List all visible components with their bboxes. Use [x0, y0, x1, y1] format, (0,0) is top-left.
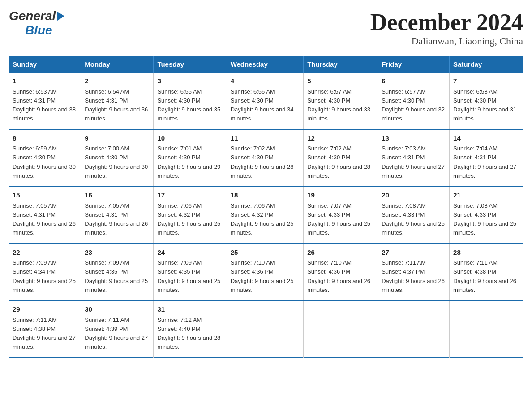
day-number: 1: [13, 76, 77, 86]
logo-general-text: General: [9, 9, 56, 23]
day-info: Sunrise: 7:11 AMSunset: 4:38 PMDaylight:…: [13, 317, 76, 351]
day-number: 21: [453, 190, 519, 201]
calendar-cell: 8Sunrise: 6:59 AMSunset: 4:30 PMDaylight…: [9, 129, 81, 187]
day-number: 29: [13, 304, 77, 315]
day-info: Sunrise: 6:57 AMSunset: 4:30 PMDaylight:…: [307, 88, 370, 122]
weekday-header-monday: Monday: [81, 56, 154, 73]
calendar-cell: 22Sunrise: 7:09 AMSunset: 4:34 PMDayligh…: [9, 244, 81, 301]
calendar-cell: 12Sunrise: 7:02 AMSunset: 4:30 PMDayligh…: [304, 129, 378, 187]
day-info: Sunrise: 6:58 AMSunset: 4:30 PMDaylight:…: [453, 88, 516, 122]
day-number: 20: [382, 190, 446, 201]
calendar-cell: 2Sunrise: 6:54 AMSunset: 4:31 PMDaylight…: [81, 73, 154, 129]
day-number: 26: [307, 248, 374, 258]
calendar-cell: 13Sunrise: 7:03 AMSunset: 4:31 PMDayligh…: [378, 129, 450, 187]
weekday-header-wednesday: Wednesday: [227, 56, 304, 73]
weekday-header-sunday: Sunday: [9, 56, 81, 73]
calendar-cell: 11Sunrise: 7:02 AMSunset: 4:30 PMDayligh…: [227, 129, 304, 187]
logo-line2-text: Blue: [25, 23, 52, 38]
logo-arrow-icon: [57, 12, 64, 21]
day-info: Sunrise: 7:00 AMSunset: 4:30 PMDaylight:…: [85, 145, 148, 179]
day-info: Sunrise: 7:11 AMSunset: 4:39 PMDaylight:…: [85, 317, 148, 351]
calendar-cell: 5Sunrise: 6:57 AMSunset: 4:30 PMDaylight…: [304, 73, 378, 129]
calendar-cell: 28Sunrise: 7:11 AMSunset: 4:38 PMDayligh…: [450, 244, 523, 301]
day-info: Sunrise: 7:04 AMSunset: 4:31 PMDaylight:…: [453, 145, 516, 179]
day-info: Sunrise: 7:09 AMSunset: 4:35 PMDaylight:…: [157, 259, 220, 293]
day-number: 19: [307, 190, 374, 201]
day-info: Sunrise: 6:55 AMSunset: 4:30 PMDaylight:…: [157, 88, 220, 122]
page-header: General Blue December 2024 Dalianwan, Li…: [9, 9, 523, 47]
weekday-header-friday: Friday: [378, 56, 450, 73]
weekday-header-saturday: Saturday: [450, 56, 523, 73]
calendar-cell: 1Sunrise: 6:53 AMSunset: 4:31 PMDaylight…: [9, 73, 81, 129]
calendar-table: SundayMondayTuesdayWednesdayThursdayFrid…: [9, 56, 523, 358]
calendar-cell: 10Sunrise: 7:01 AMSunset: 4:30 PMDayligh…: [154, 129, 227, 187]
day-info: Sunrise: 7:09 AMSunset: 4:34 PMDaylight:…: [13, 259, 76, 293]
day-number: 16: [85, 190, 150, 201]
page-subtitle: Dalianwan, Liaoning, China: [370, 35, 523, 47]
day-number: 5: [307, 76, 374, 86]
day-number: 6: [382, 76, 446, 86]
calendar-cell: 27Sunrise: 7:11 AMSunset: 4:37 PMDayligh…: [378, 244, 450, 301]
day-info: Sunrise: 6:59 AMSunset: 4:30 PMDaylight:…: [13, 145, 76, 179]
day-number: 2: [85, 76, 150, 86]
day-info: Sunrise: 7:08 AMSunset: 4:33 PMDaylight:…: [382, 202, 445, 236]
day-number: 9: [85, 133, 150, 144]
calendar-cell: [304, 300, 378, 357]
day-info: Sunrise: 7:02 AMSunset: 4:30 PMDaylight:…: [307, 145, 370, 179]
day-info: Sunrise: 7:01 AMSunset: 4:30 PMDaylight:…: [157, 145, 220, 179]
day-number: 25: [231, 248, 300, 258]
day-number: 12: [307, 133, 374, 144]
calendar-cell: 29Sunrise: 7:11 AMSunset: 4:38 PMDayligh…: [9, 300, 81, 357]
weekday-header-row: SundayMondayTuesdayWednesdayThursdayFrid…: [9, 56, 523, 73]
day-number: 4: [231, 76, 300, 86]
day-number: 7: [453, 76, 519, 86]
day-number: 15: [13, 190, 77, 201]
day-number: 23: [85, 248, 150, 258]
day-number: 24: [157, 248, 223, 258]
calendar-body: 1Sunrise: 6:53 AMSunset: 4:31 PMDaylight…: [9, 73, 523, 357]
day-info: Sunrise: 7:08 AMSunset: 4:33 PMDaylight:…: [453, 202, 516, 236]
calendar-cell: 18Sunrise: 7:06 AMSunset: 4:32 PMDayligh…: [227, 186, 304, 244]
calendar-cell: 15Sunrise: 7:05 AMSunset: 4:31 PMDayligh…: [9, 186, 81, 244]
weekday-header-tuesday: Tuesday: [154, 56, 227, 73]
page-title: December 2024: [370, 9, 523, 35]
weekday-header-thursday: Thursday: [304, 56, 378, 73]
calendar-cell: 24Sunrise: 7:09 AMSunset: 4:35 PMDayligh…: [154, 244, 227, 301]
calendar-cell: 17Sunrise: 7:06 AMSunset: 4:32 PMDayligh…: [154, 186, 227, 244]
day-number: 22: [13, 248, 77, 258]
day-info: Sunrise: 7:05 AMSunset: 4:31 PMDaylight:…: [13, 202, 76, 236]
calendar-week-row: 1Sunrise: 6:53 AMSunset: 4:31 PMDaylight…: [9, 73, 523, 129]
day-info: Sunrise: 6:53 AMSunset: 4:31 PMDaylight:…: [13, 88, 76, 122]
calendar-cell: 31Sunrise: 7:12 AMSunset: 4:40 PMDayligh…: [154, 300, 227, 357]
day-number: 14: [453, 133, 519, 144]
calendar-cell: 21Sunrise: 7:08 AMSunset: 4:33 PMDayligh…: [450, 186, 523, 244]
day-info: Sunrise: 7:10 AMSunset: 4:36 PMDaylight:…: [231, 259, 294, 293]
day-info: Sunrise: 7:11 AMSunset: 4:37 PMDaylight:…: [382, 259, 445, 293]
calendar-cell: 16Sunrise: 7:05 AMSunset: 4:31 PMDayligh…: [81, 186, 154, 244]
day-info: Sunrise: 7:09 AMSunset: 4:35 PMDaylight:…: [85, 259, 148, 293]
day-number: 18: [231, 190, 300, 201]
day-info: Sunrise: 7:03 AMSunset: 4:31 PMDaylight:…: [382, 145, 445, 179]
day-number: 17: [157, 190, 223, 201]
day-number: 8: [13, 133, 77, 144]
calendar-cell: [450, 300, 523, 357]
day-info: Sunrise: 7:05 AMSunset: 4:31 PMDaylight:…: [85, 202, 148, 236]
calendar-cell: 3Sunrise: 6:55 AMSunset: 4:30 PMDaylight…: [154, 73, 227, 129]
calendar-cell: 14Sunrise: 7:04 AMSunset: 4:31 PMDayligh…: [450, 129, 523, 187]
day-number: 28: [453, 248, 519, 258]
calendar-cell: 6Sunrise: 6:57 AMSunset: 4:30 PMDaylight…: [378, 73, 450, 129]
day-info: Sunrise: 7:06 AMSunset: 4:32 PMDaylight:…: [157, 202, 220, 236]
calendar-cell: 30Sunrise: 7:11 AMSunset: 4:39 PMDayligh…: [81, 300, 154, 357]
day-info: Sunrise: 6:54 AMSunset: 4:31 PMDaylight:…: [85, 88, 148, 122]
day-info: Sunrise: 7:10 AMSunset: 4:36 PMDaylight:…: [307, 259, 370, 293]
calendar-cell: [378, 300, 450, 357]
day-info: Sunrise: 6:56 AMSunset: 4:30 PMDaylight:…: [231, 88, 294, 122]
calendar-cell: 20Sunrise: 7:08 AMSunset: 4:33 PMDayligh…: [378, 186, 450, 244]
calendar-cell: 4Sunrise: 6:56 AMSunset: 4:30 PMDaylight…: [227, 73, 304, 129]
day-number: 27: [382, 248, 446, 258]
day-info: Sunrise: 7:06 AMSunset: 4:32 PMDaylight:…: [231, 202, 294, 236]
day-info: Sunrise: 7:07 AMSunset: 4:33 PMDaylight:…: [307, 202, 370, 236]
day-info: Sunrise: 7:11 AMSunset: 4:38 PMDaylight:…: [453, 259, 516, 293]
day-info: Sunrise: 6:57 AMSunset: 4:30 PMDaylight:…: [382, 88, 445, 122]
calendar-week-row: 15Sunrise: 7:05 AMSunset: 4:31 PMDayligh…: [9, 186, 523, 244]
